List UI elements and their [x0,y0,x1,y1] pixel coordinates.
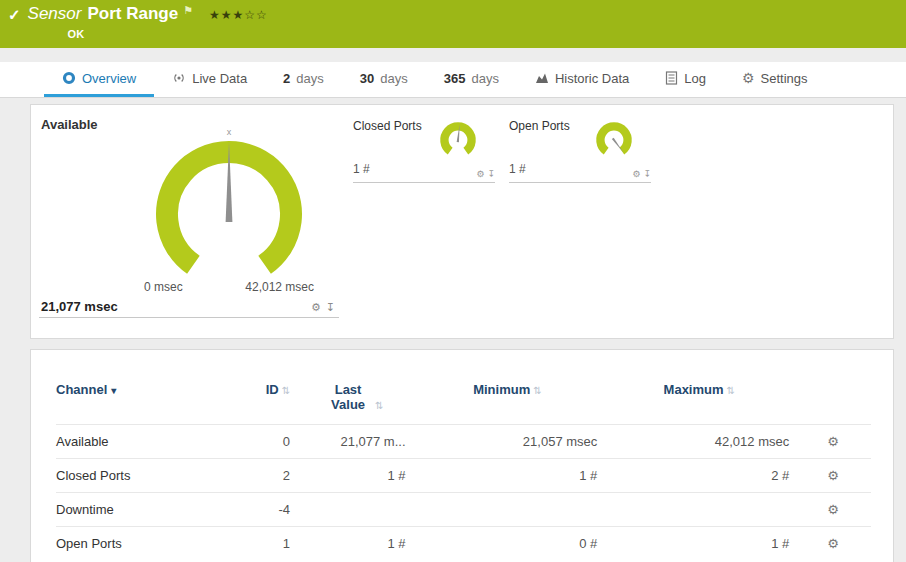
column-label: Minimum [473,382,530,397]
cell-maximum: 1 # [603,527,795,561]
column-header-channel[interactable]: Channel▾ [56,378,221,425]
tab-historic-data[interactable]: Historic Data [517,62,647,97]
tab-label: Settings [761,71,808,86]
channel-settings-gear-icon[interactable]: ⚙ [827,502,839,517]
table-row: Downtime -4 ⚙ [56,493,871,527]
closed-ports-gauge [435,120,481,160]
gauge-value: 1 # [353,162,370,176]
sensor-title: Port Range [87,4,178,24]
tab-365-days[interactable]: 365 days [426,62,517,97]
tab-log[interactable]: Log [647,62,724,97]
open-ports-gauge [591,120,637,160]
tab-settings[interactable]: ⚙ Settings [724,62,826,97]
tab-unit: days [296,71,323,86]
cell-maximum [603,493,795,527]
column-header-maximum[interactable]: Maximum⇅ [603,378,795,425]
priority-stars[interactable]: ★★★☆☆ [209,8,268,22]
cell-id: 0 [221,425,296,459]
sort-icon[interactable]: ⇅ [533,385,541,396]
tab-label: Log [684,71,706,86]
cell-channel: Open Ports [56,527,221,561]
cell-channel: Available [56,425,221,459]
cell-minimum [412,493,604,527]
gauge-settings-gear-icon[interactable]: ⚙ [632,169,640,179]
channel-settings-gear-icon[interactable]: ⚙ [827,434,839,449]
cell-last-value [296,493,411,527]
gauge-pin-icon[interactable]: ↧ [326,301,335,314]
channel-settings-gear-icon[interactable]: ⚙ [827,468,839,483]
table-row: Closed Ports 2 1 # 1 # 2 # ⚙ [56,459,871,493]
tab-label: Overview [82,71,136,86]
gauge-value: 1 # [509,162,526,176]
cell-minimum: 1 # [412,459,604,493]
sensor-type-label: Sensor [28,4,82,24]
sort-icon[interactable]: ⇅ [375,400,383,411]
status-badge: OK [68,28,268,40]
tab-label: Historic Data [555,71,629,86]
sensor-page: ✓ Sensor Port Range ⚑ ★★★☆☆ OK Overview [0,0,906,562]
tab-overview[interactable]: Overview [44,62,154,97]
table-row: Available 0 21,077 m... 21,057 msec 42,0… [56,425,871,459]
sort-icon[interactable]: ⇅ [727,385,735,396]
stars-empty: ☆☆ [244,8,268,22]
gauge-settings-gear-icon[interactable]: ⚙ [311,301,321,314]
tab-number: 30 [360,71,374,86]
tab-label: Live Data [192,71,247,86]
cell-last-value: 21,077 m... [296,425,411,459]
cell-maximum: 2 # [603,459,795,493]
available-gauge: x [134,126,324,284]
gauge-scale-labels: 0 msec 42,012 msec [134,280,324,294]
tab-number: 365 [444,71,466,86]
tab-bar: Overview Live Data 2 days 30 days 365 da… [0,62,906,98]
table-row: Open Ports 1 1 # 0 # 1 # ⚙ [56,527,871,561]
live-data-broadcast-icon [172,71,186,85]
open-ports-gauge-block: Open Ports 1 # ⚙ ↧ [509,117,651,183]
available-gauge-block: Available x 0 msec 42,012 msec 21,077 ms… [39,117,339,338]
chevron-down-icon[interactable]: ▾ [111,385,116,396]
channel-table: Channel▾ ID⇅ Last Value⇅ Minimum⇅ Maximu… [56,378,871,560]
tab-live-data[interactable]: Live Data [154,62,265,97]
gauges-panel: Available x 0 msec 42,012 msec 21,077 ms… [30,104,894,339]
column-header-last-value[interactable]: Last Value⇅ [296,378,411,425]
column-label: Channel [56,382,107,397]
tab-30-days[interactable]: 30 days [342,62,426,97]
cell-id: -4 [221,493,296,527]
cell-channel: Downtime [56,493,221,527]
title-block: Sensor Port Range ⚑ ★★★☆☆ OK [28,4,268,40]
tab-2-days[interactable]: 2 days [265,62,342,97]
gauge-min-label: 0 msec [144,280,183,294]
needle-x-marker: x [227,127,232,137]
tab-unit: days [380,71,407,86]
gauge-max-label: 42,012 msec [245,280,314,294]
gauge-settings-gear-icon[interactable]: ⚙ [476,169,484,179]
log-document-icon [665,71,678,85]
gauge-pin-icon[interactable]: ↧ [487,169,495,179]
closed-ports-gauge-block: Closed Ports 1 # ⚙ ↧ [353,117,495,183]
column-label: ID [266,382,279,397]
column-header-actions [795,378,871,425]
gear-icon: ⚙ [742,70,755,86]
column-header-id[interactable]: ID⇅ [221,378,296,425]
historic-chart-icon [535,71,549,85]
cell-id: 1 [221,527,296,561]
column-label: Maximum [664,382,724,397]
tab-unit: days [471,71,498,86]
column-header-minimum[interactable]: Minimum⇅ [412,378,604,425]
stars-filled: ★★★ [209,8,244,22]
favorite-flag-icon[interactable]: ⚑ [183,4,193,17]
tab-number: 2 [283,71,290,86]
cell-maximum: 42,012 msec [603,425,795,459]
cell-id: 2 [221,459,296,493]
overview-donut-icon [62,71,76,85]
column-label: Last Value [324,382,372,412]
ok-check-icon: ✓ [8,6,21,24]
cell-channel: Closed Ports [56,459,221,493]
channel-table-panel: Channel▾ ID⇅ Last Value⇅ Minimum⇅ Maximu… [30,349,894,562]
sort-icon[interactable]: ⇅ [282,385,290,396]
table-header-row: Channel▾ ID⇅ Last Value⇅ Minimum⇅ Maximu… [56,378,871,425]
gauge-pin-icon[interactable]: ↧ [643,169,651,179]
channel-settings-gear-icon[interactable]: ⚙ [827,536,839,551]
cell-last-value: 1 # [296,459,411,493]
gauge-value: 21,077 msec [41,299,118,314]
cell-minimum: 21,057 msec [412,425,604,459]
